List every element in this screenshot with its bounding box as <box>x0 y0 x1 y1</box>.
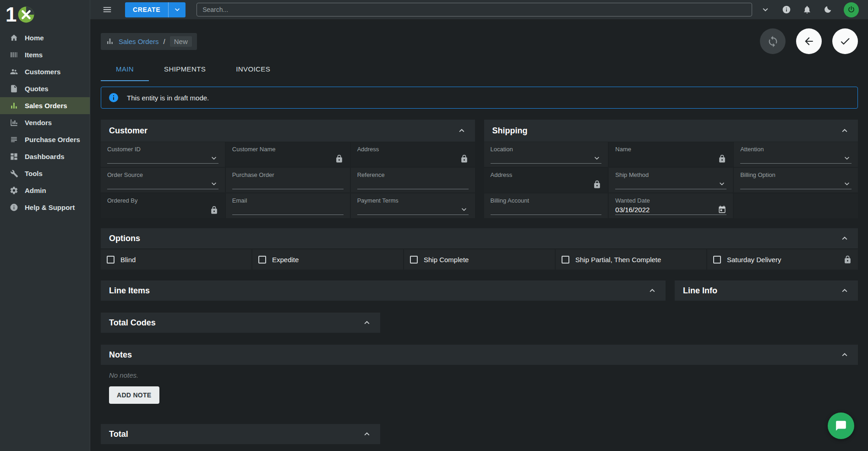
barcode-icon <box>10 50 18 59</box>
chevron-down-icon[interactable] <box>592 154 601 163</box>
lock-icon <box>593 180 601 189</box>
chevron-down-icon[interactable] <box>717 179 726 188</box>
checkbox-ship-partial-then-complete[interactable]: Ship Partial, Then Complete <box>556 249 706 270</box>
sidebar-item-purchase-orders[interactable]: Purchase Orders <box>0 131 90 148</box>
chevron-down-icon[interactable] <box>459 205 469 214</box>
chevron-down-icon[interactable] <box>842 154 852 163</box>
chevron-up-icon <box>840 233 850 243</box>
checkbox-saturday-delivery[interactable]: Saturday Delivery <box>707 249 858 270</box>
field-reference[interactable]: Reference <box>351 168 475 192</box>
breadcrumb-current: New <box>170 36 192 47</box>
sidebar-item-admin[interactable]: Admin <box>0 182 90 199</box>
breadcrumb-separator: / <box>164 38 165 45</box>
checkbox-box[interactable] <box>410 256 418 264</box>
form-panels: Customer Customer ID Customer Name <box>101 120 858 218</box>
field-wanted-date[interactable]: Wanted Date 03/16/2022 <box>609 193 733 218</box>
chevron-down-icon[interactable] <box>842 179 852 188</box>
collapse-button[interactable] <box>840 233 850 243</box>
line-info-header[interactable]: Line Info <box>675 280 858 301</box>
breadcrumb-section-link[interactable]: Sales Orders <box>119 38 159 45</box>
customer-panel-header[interactable]: Customer <box>101 120 475 142</box>
checkbox-box[interactable] <box>258 256 266 264</box>
sidebar-item-tools[interactable]: Tools <box>0 165 90 182</box>
total-codes-header[interactable]: Total Codes <box>101 313 380 333</box>
collapse-button[interactable] <box>840 286 850 296</box>
dark-mode-toggle[interactable] <box>823 5 832 14</box>
create-split-button: CREATE <box>125 2 186 17</box>
sidebar-item-sales-orders[interactable]: Sales Orders <box>0 97 90 114</box>
sidebar-item-home[interactable]: Home <box>0 29 90 46</box>
collapse-button[interactable] <box>647 286 657 296</box>
sidebar-item-label: Sales Orders <box>25 102 67 110</box>
total-header[interactable]: Total <box>101 424 380 444</box>
field-payment-terms[interactable]: Payment Terms <box>351 193 475 218</box>
checkbox-ship-complete[interactable]: Ship Complete <box>404 249 555 270</box>
field-label: Location <box>491 146 602 153</box>
calendar-icon[interactable] <box>718 205 726 214</box>
page-header: Sales Orders / New <box>101 28 858 54</box>
add-note-button[interactable]: ADD NOTE <box>109 386 159 404</box>
options-panel-header[interactable]: Options <box>101 228 858 248</box>
panel-title: Line Items <box>109 286 150 296</box>
sidebar-item-vendors[interactable]: Vendors <box>0 114 90 131</box>
field-attention[interactable]: Attention <box>734 142 858 167</box>
about-button[interactable] <box>782 5 791 14</box>
checkbox-blind[interactable]: Blind <box>101 249 251 270</box>
tab-invoices[interactable]: INVOICES <box>221 58 285 81</box>
line-items-header[interactable]: Line Items <box>101 280 666 301</box>
hamburger-icon <box>102 5 112 15</box>
sidebar-item-customers[interactable]: Customers <box>0 63 90 80</box>
field-label: Attention <box>740 146 852 153</box>
field-address: Address <box>351 142 475 167</box>
field-billing-option[interactable]: Billing Option <box>734 168 858 192</box>
live-chat-button[interactable] <box>828 412 854 439</box>
sidebar-item-help-support[interactable]: Help & Support <box>0 199 90 216</box>
field-ship-method[interactable]: Ship Method <box>609 168 733 192</box>
tab-main[interactable]: MAIN <box>101 58 149 81</box>
global-search[interactable] <box>197 3 752 16</box>
sidebar-item-quotes[interactable]: Quotes <box>0 80 90 97</box>
field-email[interactable]: Email <box>226 193 350 218</box>
checkbox-box[interactable] <box>713 256 721 264</box>
panel-title: Line Info <box>683 286 717 296</box>
field-customer-id[interactable]: Customer ID <box>101 142 225 167</box>
sidebar-item-dashboards[interactable]: Dashboards <box>0 148 90 165</box>
create-dropdown-button[interactable] <box>169 2 186 17</box>
checkbox-label: Ship Partial, Then Complete <box>575 256 661 264</box>
notifications-button[interactable] <box>802 5 812 14</box>
field-location[interactable]: Location <box>484 142 608 167</box>
tab-shipments[interactable]: SHIPMENTS <box>149 58 221 81</box>
chevron-down-icon[interactable] <box>209 179 218 188</box>
power-icon <box>847 6 856 14</box>
back-button[interactable] <box>796 28 822 54</box>
field-order-source[interactable]: Order Source <box>101 168 225 192</box>
collapse-button[interactable] <box>840 350 850 360</box>
shipping-panel-header[interactable]: Shipping <box>484 120 858 142</box>
menu-toggle-button[interactable] <box>102 5 112 15</box>
lock-icon <box>718 154 726 163</box>
checkbox-expedite[interactable]: Expedite <box>252 249 403 270</box>
page-actions <box>760 28 858 54</box>
refresh-button[interactable] <box>760 28 786 54</box>
sidebar-item-items[interactable]: Items <box>0 46 90 63</box>
collapse-button[interactable] <box>840 126 850 136</box>
topbar-dropdown-button[interactable] <box>760 5 770 15</box>
collapse-button[interactable] <box>457 126 467 136</box>
field-label: Ship Method <box>615 171 726 178</box>
chevron-up-icon <box>362 429 372 439</box>
field-billing-account[interactable]: Billing Account <box>484 193 608 218</box>
chevron-down-icon[interactable] <box>209 154 218 163</box>
notes-panel-header[interactable]: Notes <box>101 345 858 365</box>
field-purchase-order[interactable]: Purchase Order <box>226 168 350 192</box>
create-button[interactable]: CREATE <box>125 2 169 17</box>
checkbox-label: Expedite <box>272 256 299 264</box>
user-avatar[interactable] <box>844 2 859 17</box>
collapse-button[interactable] <box>362 429 372 439</box>
checkbox-box[interactable] <box>107 256 115 264</box>
search-input[interactable] <box>202 6 746 13</box>
sidebar-item-label: Admin <box>25 187 46 194</box>
save-button[interactable] <box>832 28 858 54</box>
app-logo[interactable]: 1 <box>0 0 90 29</box>
collapse-button[interactable] <box>362 318 372 328</box>
checkbox-box[interactable] <box>562 256 569 264</box>
